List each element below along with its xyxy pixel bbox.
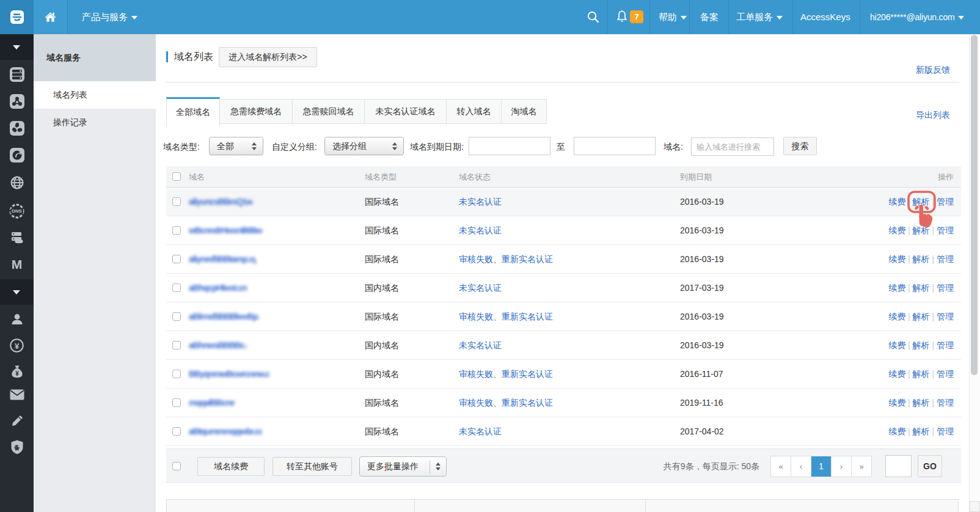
svg-text:¥: ¥ — [15, 342, 20, 351]
svg-text:备: 备 — [13, 444, 20, 451]
svg-text:DNS: DNS — [12, 208, 23, 214]
svg-text:¥: ¥ — [15, 370, 19, 377]
